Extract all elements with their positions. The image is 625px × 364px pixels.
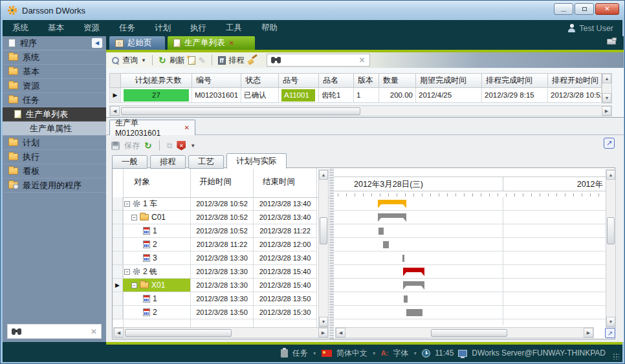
sidebar-item-plan[interactable]: 计划 [3, 136, 106, 150]
close-button[interactable] [595, 3, 619, 15]
menu-task[interactable]: 任务 [109, 23, 145, 34]
toolbar-search-input[interactable] [285, 56, 355, 65]
tree-row-selected[interactable]: X01 2012/3/28 13:30 2012/3/28 15:40 [113, 279, 316, 292]
gantt-bar[interactable] [378, 228, 384, 235]
tree-row[interactable]: 2 2012/3/28 11:22 2012/3/28 12:00 [113, 238, 316, 252]
grid-data-row[interactable]: 27 M012031601 已确认 A11001 齿轮1 1 200.00 20… [109, 88, 602, 103]
sidebar-search-input[interactable] [25, 327, 87, 336]
tree-row[interactable]: 3 2012/3/28 13:30 2012/3/28 13:40 [113, 252, 316, 265]
tree-row[interactable]: 1 车 2012/3/28 10:52 2012/3/28 13:40 [113, 197, 316, 211]
sidebar-header-programs[interactable]: 程序 [3, 36, 106, 50]
pane-splitter[interactable] [329, 168, 334, 339]
scroll-up-icon[interactable]: ▲ [606, 170, 615, 180]
scroll-left-icon[interactable]: ◀ [336, 328, 345, 337]
close-detail-icon[interactable] [184, 124, 190, 131]
sidebar-item-recent-programs[interactable]: 最近使用的程序 [3, 178, 106, 193]
sidebar-item-basic[interactable]: 基本 [3, 65, 106, 79]
status-language[interactable]: 简体中文 [336, 348, 367, 359]
status-tasks[interactable]: 任务 [292, 348, 308, 359]
scroll-up-icon[interactable]: ▲ [602, 74, 611, 83]
col-object[interactable]: 对象 [134, 177, 150, 187]
gantt-bar[interactable] [406, 309, 422, 316]
clear-search-icon[interactable] [359, 56, 366, 65]
maximize-button[interactable] [575, 3, 594, 15]
font-dropdown-icon[interactable] [413, 351, 417, 356]
tree-row[interactable]: 1 2012/3/28 13:30 2012/3/28 13:50 [113, 292, 316, 306]
gantt-bar[interactable] [403, 281, 424, 290]
scroll-left-icon[interactable]: ◀ [110, 106, 120, 116]
tab-start-page[interactable]: 起始页 [109, 36, 165, 50]
col-sched-finish[interactable]: 排程完成时间 [482, 73, 548, 88]
flow-icon[interactable] [167, 141, 173, 150]
gantt-vertical-scrollbar[interactable]: ▲ ▼ [606, 169, 616, 327]
collapse-node-icon[interactable] [131, 215, 137, 220]
language-dropdown-icon[interactable] [372, 351, 377, 356]
scroll-thumb[interactable] [607, 217, 614, 244]
col-code[interactable]: 编号 [192, 73, 241, 88]
gantt-bar[interactable] [403, 268, 424, 276]
grid-horizontal-scrollbar[interactable]: ◀ ▶ [109, 105, 612, 116]
tab-list-icon[interactable] [607, 39, 616, 45]
tasks-dropdown-icon[interactable] [312, 351, 317, 356]
col-plan-diff-days[interactable]: 计划差异天数 [121, 73, 192, 88]
shield-icon[interactable] [177, 141, 186, 151]
tree-row[interactable]: 2 铣 2012/3/28 13:30 2012/3/28 15:40 [113, 265, 316, 279]
edit-icon[interactable] [199, 56, 206, 65]
col-expected-finish[interactable]: 期望完成时间 [416, 73, 482, 88]
scroll-left-icon[interactable]: ◀ [114, 328, 124, 337]
scroll-right-icon[interactable]: ▶ [602, 106, 611, 116]
gantt-bar[interactable] [378, 213, 406, 222]
calculator-icon[interactable] [218, 56, 226, 65]
menu-basic[interactable]: 基本 [38, 23, 74, 34]
gantt-bar[interactable] [378, 200, 406, 208]
refresh-icon[interactable] [159, 56, 166, 65]
col-start-time[interactable]: 开始时间 [199, 177, 232, 187]
tab-schedule[interactable]: 排程 [150, 155, 186, 169]
refresh-button[interactable]: 刷新 [170, 55, 185, 66]
scroll-down-icon[interactable]: ▼ [602, 93, 611, 103]
close-tab-icon[interactable] [229, 39, 234, 47]
tab-general[interactable]: 一般 [112, 155, 148, 169]
tree-row[interactable]: C01 2012/3/28 10:52 2012/3/28 13:40 [113, 211, 316, 224]
open-external-icon[interactable] [604, 138, 615, 149]
refresh-icon[interactable] [144, 141, 152, 150]
tab-process[interactable]: 工艺 [188, 155, 224, 169]
gantt-external-icon[interactable] [605, 328, 615, 338]
save-button[interactable]: 保存 [124, 140, 140, 151]
title-bar[interactable]: Darsson DWorks [1, 1, 624, 20]
tab-plan-vs-actual[interactable]: 计划与实际 [226, 153, 287, 169]
collapse-node-icon[interactable] [131, 283, 137, 288]
tree-row[interactable]: 1 2012/3/28 10:52 2012/3/28 11:22 [113, 224, 316, 238]
tree-vertical-scrollbar[interactable]: ▲ ▼ [318, 169, 329, 327]
col-sched-start[interactable]: 排程开始时间 [548, 73, 602, 88]
tab-production-order-list[interactable]: 生产单列表 [168, 36, 255, 50]
col-status[interactable]: 状态 [241, 73, 279, 88]
shield-dropdown-icon[interactable] [190, 143, 195, 149]
scroll-up-icon[interactable]: ▲ [319, 170, 328, 180]
minimize-button[interactable] [554, 3, 573, 15]
sidebar-search-box[interactable] [7, 324, 102, 339]
query-dropdown-icon[interactable] [141, 58, 146, 63]
gantt-horizontal-scrollbar[interactable]: ◀ ▶ [335, 327, 594, 338]
sidebar-item-execute[interactable]: 执行 [3, 150, 106, 164]
scroll-down-icon[interactable]: ▼ [319, 317, 328, 327]
toolbar-search-box[interactable] [267, 54, 370, 67]
scroll-thumb[interactable] [431, 329, 507, 337]
scroll-right-icon[interactable]: ▶ [318, 328, 328, 337]
resize-grip[interactable] [613, 353, 619, 359]
sidebar-item-task[interactable]: 任务 [3, 93, 106, 107]
scroll-down-icon[interactable]: ▼ [606, 317, 615, 327]
grid-vertical-scrollbar[interactable]: ▲ ▼ [602, 73, 612, 103]
schedule-button[interactable]: 排程 [229, 55, 245, 66]
scroll-right-icon[interactable]: ▶ [584, 328, 593, 337]
col-version[interactable]: 版本 [354, 73, 379, 88]
menu-plan[interactable]: 计划 [145, 23, 181, 34]
detail-doc-tab[interactable]: 生产单 M012031601 [109, 120, 195, 135]
scroll-thumb[interactable] [121, 107, 360, 115]
query-button[interactable]: 查询 [122, 55, 138, 66]
gantt-bar[interactable] [383, 241, 389, 248]
tree-row[interactable]: 2 2012/3/28 13:50 2012/3/28 15:30 [113, 306, 316, 319]
col-end-time[interactable]: 结束时间 [263, 177, 295, 187]
scroll-thumb[interactable] [320, 217, 327, 244]
sidebar-item-kanban[interactable]: 看板 [3, 164, 106, 178]
